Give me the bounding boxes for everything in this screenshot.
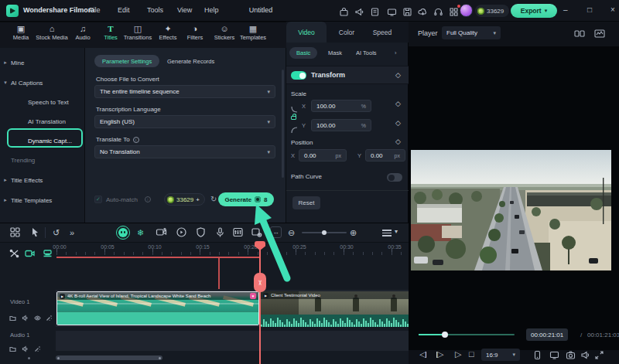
chevron-right-icon[interactable]: ›	[395, 49, 397, 56]
tab-templates[interactable]: ▦Templates	[240, 24, 266, 41]
zoom-out-icon[interactable]: ⊖	[288, 228, 295, 238]
scale-y-input[interactable]: 100.00 %	[311, 119, 371, 131]
dual-screen-icon[interactable]	[574, 28, 585, 42]
keyframe-diamond-icon[interactable]: ◇	[395, 119, 401, 127]
menu-tools[interactable]: Tools	[147, 6, 163, 14]
menu-help[interactable]: Help	[204, 6, 219, 14]
testimonial-clip[interactable]: ▶ Client Testimonial Video	[261, 291, 409, 327]
playhead-line[interactable]	[259, 242, 261, 364]
chevron-down-icon[interactable]: ▾	[395, 228, 398, 235]
tab-color[interactable]: Color	[331, 22, 362, 43]
previous-frame-button[interactable]: ◁	[419, 349, 426, 359]
record-voiceover-icon[interactable]	[214, 226, 226, 241]
tab-video[interactable]: Video	[286, 22, 327, 43]
zoom-in-icon[interactable]: ⊕	[350, 228, 357, 238]
cloud-download-icon[interactable]	[418, 6, 428, 16]
add-coins-icon[interactable]: +	[196, 196, 200, 203]
screen-icon[interactable]	[387, 6, 397, 16]
screen-recorder-icon[interactable]	[43, 247, 53, 261]
tab-stock-media[interactable]: ⌂Stock Media	[36, 24, 67, 41]
tab-parameter-settings[interactable]: Parameter Settings	[94, 55, 159, 67]
ai-assistant-icon[interactable]	[116, 226, 130, 240]
tab-transitions[interactable]: ◫Transitions	[124, 24, 152, 41]
keyframe-diamond-icon[interactable]: ◇	[395, 71, 401, 79]
save-icon[interactable]	[402, 6, 412, 16]
wand-icon[interactable]	[46, 311, 53, 325]
next-frame-button[interactable]: ▷	[436, 349, 443, 359]
tab-effects[interactable]: ✦Effects	[159, 24, 177, 41]
fullscreen-icon[interactable]	[594, 349, 604, 363]
sidebar-item-trending[interactable]: Trending	[0, 151, 85, 168]
support-headset-icon[interactable]	[433, 6, 443, 16]
fit-timeline-icon[interactable]: ↔	[270, 226, 282, 238]
beach-clip[interactable]: ▶ 4K B-roll Aerial View of Island, Tropi…	[56, 291, 259, 325]
megaphone-icon[interactable]	[354, 6, 364, 16]
scale-link-lock-icon[interactable]	[291, 116, 296, 120]
aspect-ratio-select[interactable]: 16:9 ▾	[481, 349, 520, 361]
coin-balance-pill[interactable]: 33629 +	[164, 193, 205, 206]
scope-waveform-icon[interactable]	[594, 28, 605, 42]
minimize-button[interactable]: –	[563, 5, 568, 14]
select-cursor-icon[interactable]	[29, 226, 41, 241]
track-manager-icon[interactable]	[382, 228, 392, 238]
subtab-ai-tools[interactable]: AI Tools	[356, 49, 377, 56]
generate-button[interactable]: Generate 8	[218, 192, 274, 206]
phone-preview-icon[interactable]	[532, 349, 542, 363]
file-convert-select[interactable]: The entire timeline sequence ▾	[94, 85, 275, 98]
menu-edit[interactable]: Edit	[118, 6, 130, 14]
position-x-input[interactable]: 0.00 px	[299, 149, 347, 162]
ai-frost-effect-icon[interactable]: ❄	[137, 228, 144, 238]
tab-media[interactable]: ▣Media	[13, 24, 29, 41]
sidebar-item-ai-captions[interactable]: ▾AI Captions	[0, 74, 85, 91]
keyframe-diamond-icon[interactable]: ◇	[395, 100, 401, 107]
speaker-icon[interactable]	[580, 349, 590, 363]
zoom-slider-thumb[interactable]	[322, 230, 327, 235]
notes-icon[interactable]	[370, 6, 380, 16]
mute-speaker-icon[interactable]	[22, 311, 29, 325]
apps-grid-icon[interactable]	[449, 6, 459, 16]
mute-speaker-icon[interactable]	[22, 342, 29, 355]
subtab-mask[interactable]: Mask	[328, 49, 342, 56]
maximize-button[interactable]: □	[587, 5, 592, 14]
audio-mixer-icon[interactable]	[232, 226, 244, 241]
tab-stickers[interactable]: ☺Stickers	[214, 24, 235, 41]
panel-scrollbar[interactable]	[282, 70, 284, 178]
tab-titles[interactable]: TTitles	[104, 24, 118, 41]
auto-match-checkbox[interactable]: ✓	[94, 196, 102, 203]
tab-audio[interactable]: ♫Audio	[75, 24, 90, 41]
reset-button[interactable]: Reset	[292, 196, 320, 209]
timeline-horizontal-scrollbar[interactable]	[56, 355, 162, 360]
menu-view[interactable]: View	[177, 6, 192, 14]
sidebar-item-title-templates[interactable]: ▸Title Templates	[0, 192, 85, 209]
playback-progress-slider[interactable]	[419, 334, 515, 335]
auto-match-option[interactable]: ✓ Auto-match i	[94, 196, 151, 203]
export-button[interactable]: Export ▾	[511, 4, 557, 18]
user-avatar[interactable]	[460, 4, 473, 17]
video-preview-frame[interactable]	[411, 150, 611, 270]
adjust-panel-icon[interactable]	[251, 226, 262, 241]
tv-display-icon[interactable]	[549, 349, 559, 363]
close-button[interactable]: ×	[610, 5, 615, 14]
quick-split-icon[interactable]	[9, 247, 19, 261]
audio-track-lane[interactable]	[56, 331, 409, 351]
timeline-ruler[interactable]: 00:00 00:05 00:10 00:15 00:20 00:25 00:3…	[0, 243, 409, 257]
tab-filters[interactable]: ◑Filters	[187, 24, 203, 41]
eye-icon[interactable]	[34, 311, 41, 325]
tab-speed[interactable]: Speed	[367, 22, 398, 43]
speed-ramp-camera-icon[interactable]	[156, 226, 167, 241]
timeline-zoom-slider[interactable]	[302, 232, 347, 233]
tab-generate-records[interactable]: Generate Records	[167, 58, 214, 65]
path-curve-toggle[interactable]	[387, 173, 402, 182]
translate-select[interactable]: No Translation ▾	[94, 145, 275, 158]
quality-select[interactable]: Full Quality ▾	[442, 26, 501, 39]
track-camera-icon[interactable]	[25, 247, 35, 261]
progress-thumb[interactable]	[442, 332, 448, 338]
scale-x-input[interactable]: 100.00 %	[311, 100, 371, 112]
sidebar-item-ai-translation[interactable]: AI Translation	[0, 113, 85, 130]
shield-icon[interactable]	[195, 226, 207, 241]
folder-icon[interactable]	[9, 342, 16, 355]
position-y-input[interactable]: 0.00 px	[365, 149, 405, 162]
redo-icon[interactable]: »	[70, 228, 74, 237]
language-select[interactable]: English (US) ▾	[94, 115, 275, 128]
snapshot-camera-icon[interactable]	[566, 349, 576, 363]
